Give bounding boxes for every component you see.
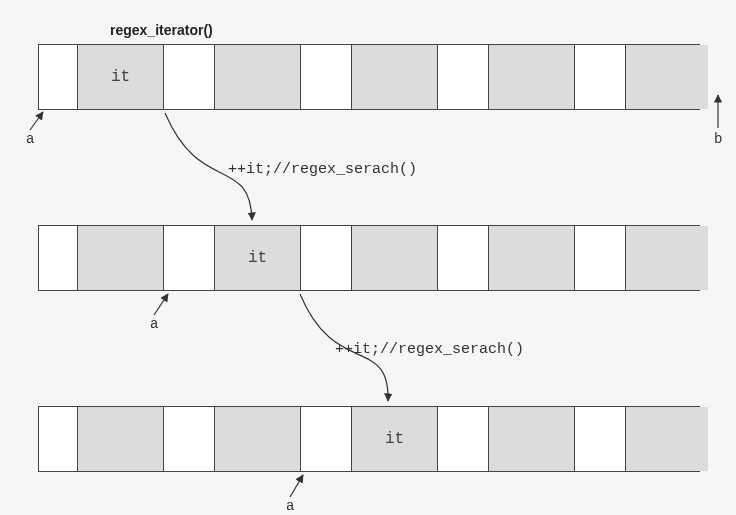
match-cell: [626, 407, 708, 471]
pointer-label-a-1: a: [26, 131, 34, 147]
gap-cell: [164, 407, 215, 471]
gap-cell: [301, 407, 352, 471]
pointer-label-a-2: a: [150, 316, 158, 332]
match-cell: [489, 226, 575, 290]
iterator-label: it: [111, 68, 130, 86]
pointer-label-b: b: [714, 131, 722, 147]
arrow-a-2: [154, 294, 168, 315]
gap-cell: [39, 407, 78, 471]
match-cell: [78, 407, 164, 471]
regex-iterator-diagram: regex_iterator() it it it ++it;//regex_s…: [0, 0, 736, 515]
match-cell: it: [78, 45, 164, 109]
gap-cell: [39, 226, 78, 290]
gap-cell: [575, 407, 626, 471]
arrow-a-1: [30, 112, 43, 130]
gap-cell: [438, 226, 489, 290]
gap-cell: [575, 45, 626, 109]
match-cell: [78, 226, 164, 290]
match-cell: it: [352, 407, 438, 471]
diagram-title: regex_iterator(): [110, 22, 213, 38]
sequence-row-3: it: [38, 406, 700, 472]
gap-cell: [301, 45, 352, 109]
iterator-label: it: [385, 430, 404, 448]
match-cell: [352, 45, 438, 109]
gap-cell: [39, 45, 78, 109]
gap-cell: [164, 226, 215, 290]
match-cell: [489, 407, 575, 471]
sequence-row-1: it: [38, 44, 700, 110]
gap-cell: [438, 45, 489, 109]
gap-cell: [575, 226, 626, 290]
arrow-a-3: [290, 475, 303, 497]
step-label-1: ++it;//regex_serach(): [228, 161, 417, 178]
match-cell: [215, 45, 301, 109]
match-cell: [626, 226, 708, 290]
iterator-label: it: [248, 249, 267, 267]
step-label-2: ++it;//regex_serach(): [335, 341, 524, 358]
match-cell: [626, 45, 708, 109]
match-cell: it: [215, 226, 301, 290]
gap-cell: [164, 45, 215, 109]
match-cell: [352, 226, 438, 290]
match-cell: [489, 45, 575, 109]
match-cell: [215, 407, 301, 471]
pointer-label-a-3: a: [286, 498, 294, 514]
sequence-row-2: it: [38, 225, 700, 291]
gap-cell: [438, 407, 489, 471]
gap-cell: [301, 226, 352, 290]
